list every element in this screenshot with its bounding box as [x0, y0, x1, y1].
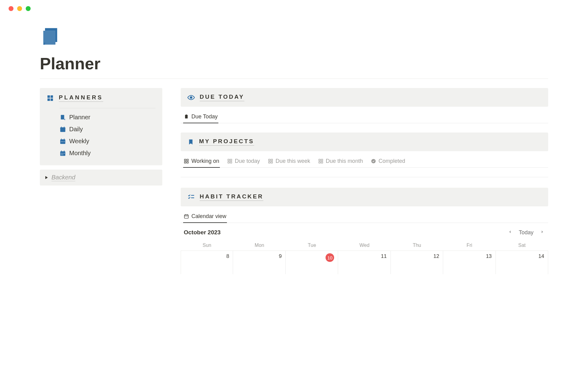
- svg-rect-9: [60, 127, 66, 129]
- sidebar-item-label: Monthly: [69, 150, 91, 157]
- svg-rect-4: [51, 95, 53, 98]
- svg-rect-40: [271, 162, 273, 163]
- section-title: HABIT TRACKER: [200, 193, 263, 201]
- svg-rect-44: [321, 162, 323, 163]
- svg-rect-29: [184, 159, 186, 161]
- page-icon[interactable]: [40, 26, 548, 48]
- svg-rect-10: [61, 126, 62, 128]
- calendar-next-button[interactable]: [539, 228, 545, 236]
- tab-label: Due Today: [191, 113, 218, 120]
- grid-icon: [47, 94, 54, 102]
- svg-rect-15: [64, 141, 65, 142]
- svg-rect-21: [64, 153, 65, 154]
- svg-rect-41: [319, 159, 320, 161]
- calendar-cell[interactable]: 13: [443, 251, 496, 274]
- section-habit-tracker: HABIT TRACKER Calendar view October 2023: [181, 188, 548, 274]
- calendar-cell[interactable]: 14: [496, 251, 548, 274]
- tab-completed[interactable]: Completed: [370, 155, 406, 167]
- calendar-today-button[interactable]: Today: [519, 229, 533, 236]
- calendar-week-icon: [59, 138, 66, 145]
- board-icon: [318, 159, 323, 164]
- svg-rect-25: [64, 150, 65, 152]
- window-controls: [0, 0, 588, 11]
- backend-toggle[interactable]: Backend: [40, 170, 162, 186]
- calendar-cell[interactable]: 10: [286, 251, 338, 274]
- calendar-cell[interactable]: 9: [233, 251, 285, 274]
- tab-label: Completed: [379, 158, 405, 164]
- checklist-icon: [187, 194, 195, 201]
- svg-rect-30: [187, 159, 188, 161]
- maximize-window-button[interactable]: [26, 6, 31, 11]
- calendar-cell[interactable]: 8: [181, 251, 233, 274]
- svg-rect-36: [230, 162, 232, 163]
- dayname: Sun: [181, 243, 233, 248]
- divider: [181, 177, 548, 177]
- sidebar-heading: PLANNERS: [59, 94, 103, 102]
- svg-rect-16: [61, 138, 62, 140]
- calendar-day-icon: [59, 126, 66, 133]
- sidebar-item-label: Planner: [69, 114, 90, 121]
- svg-rect-27: [185, 115, 188, 118]
- tab-projects-due-today[interactable]: Due today: [227, 155, 261, 167]
- calendar-icon: [184, 214, 189, 219]
- calendar-cell[interactable]: 11: [338, 251, 390, 274]
- notebook-icon: [59, 114, 66, 121]
- svg-rect-22: [61, 154, 62, 155]
- sidebar-item-daily[interactable]: Daily: [59, 123, 156, 135]
- bookmark-icon: [187, 139, 194, 145]
- svg-rect-39: [269, 162, 270, 163]
- svg-rect-6: [51, 98, 53, 101]
- eye-icon: [187, 94, 195, 101]
- calendar-month-label: October 2023: [184, 229, 221, 236]
- board-icon: [227, 159, 232, 164]
- svg-point-45: [371, 159, 375, 163]
- dayname: Wed: [338, 243, 390, 248]
- svg-rect-33: [228, 159, 229, 161]
- tab-label: Working on: [191, 158, 219, 164]
- svg-rect-37: [269, 159, 270, 161]
- dayname: Mon: [233, 243, 285, 248]
- svg-rect-24: [61, 150, 62, 152]
- calendar-prev-button[interactable]: [507, 228, 513, 236]
- tab-due-this-month[interactable]: Due this month: [318, 155, 364, 167]
- svg-rect-13: [61, 141, 62, 142]
- svg-rect-7: [61, 115, 64, 119]
- svg-rect-3: [47, 95, 50, 98]
- tab-working-on[interactable]: Working on: [183, 155, 220, 167]
- tab-due-today[interactable]: Due Today: [183, 111, 218, 123]
- sidebar-item-planner[interactable]: Planner: [59, 111, 156, 123]
- tab-calendar-view[interactable]: Calendar view: [183, 211, 227, 223]
- clipboard-icon: [184, 114, 189, 119]
- dayname: Tue: [286, 243, 338, 248]
- page-title: Planner: [40, 54, 548, 73]
- section-title: MY PROJECTS: [199, 138, 254, 146]
- dayname: Thu: [391, 243, 443, 248]
- svg-rect-28: [186, 114, 187, 115]
- tab-due-this-week[interactable]: Due this week: [267, 155, 311, 167]
- svg-rect-2: [43, 31, 55, 44]
- svg-rect-31: [184, 162, 186, 163]
- check-circle-icon: [371, 159, 376, 164]
- sidebar-item-label: Daily: [69, 126, 83, 133]
- calendar-month-icon: [59, 150, 66, 157]
- minimize-window-button[interactable]: [17, 6, 22, 11]
- divider: [40, 79, 548, 79]
- triangle-right-icon: [45, 176, 48, 179]
- backend-toggle-label: Backend: [51, 174, 75, 181]
- svg-rect-18: [60, 151, 66, 156]
- sidebar-item-weekly[interactable]: Weekly: [59, 135, 156, 147]
- dayname: Sat: [496, 243, 548, 248]
- svg-rect-35: [228, 162, 229, 163]
- svg-rect-20: [62, 153, 63, 154]
- tab-label: Due this week: [276, 158, 310, 164]
- dayname: Fri: [443, 243, 496, 248]
- svg-rect-5: [47, 98, 50, 101]
- calendar-cell[interactable]: 12: [391, 251, 443, 274]
- svg-rect-11: [64, 126, 65, 128]
- close-window-button[interactable]: [9, 6, 13, 11]
- svg-rect-19: [61, 153, 62, 154]
- tab-label: Calendar view: [191, 213, 226, 220]
- svg-rect-14: [62, 141, 63, 142]
- sidebar-item-monthly[interactable]: Monthly: [59, 147, 156, 159]
- main-content: DUE TODAY Due Today MY: [181, 88, 548, 283]
